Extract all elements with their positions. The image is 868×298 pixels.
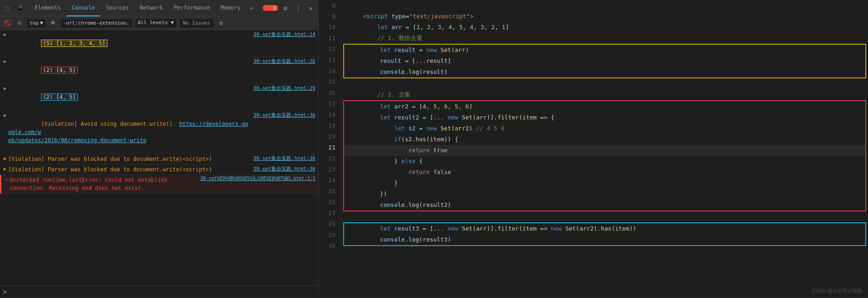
line-number: 18 [322, 109, 335, 120]
line-number: 19 [322, 120, 335, 131]
code-content: 8 9 10 11 12 13 14 15 16 17 18 19 20 21 … [319, 0, 868, 298]
code-line-17: let arr2 = [4, 5, 6, 5, 6] [344, 101, 865, 112]
row-expand-arrow[interactable]: ▶ [4, 166, 6, 171]
context-selector[interactable]: top ▼ [26, 18, 46, 28]
tab-overflow[interactable]: » [246, 5, 256, 11]
row-expand-arrow[interactable]: ▶ [4, 113, 6, 118]
row-source[interactable]: 30-set集合实践.html:26 [253, 58, 315, 65]
code-line-20: if(s2.has(item)) { [344, 134, 865, 145]
main-layout: ⬚ 📱 Elements Console Sources Network Per… [0, 0, 868, 298]
row-source[interactable]: 30-set集合实践.html:14 [253, 31, 315, 38]
violation-link[interactable]: https://developers.google.com/web/update… [8, 121, 248, 144]
row-source[interactable]: 30-set集合实践.html:36 [253, 165, 315, 172]
line-number: 29 [322, 230, 335, 241]
line-number: 26 [322, 197, 335, 208]
eye-icon[interactable]: 👁 [48, 18, 58, 28]
cyan-box-container: let result3 = [... new Set(arr)].filter(… [343, 222, 866, 246]
row-expand-arrow[interactable]: ✕ [5, 177, 8, 182]
code-line-21: return true [344, 145, 865, 156]
console-row-violation: ▶ [Violation] Avoid using document.write… [0, 111, 318, 154]
line-number: 14 [322, 66, 335, 77]
code-line-30 [341, 246, 868, 257]
code-line-12: let result = new Set(arr) [344, 45, 865, 56]
console-settings-icon[interactable]: ⚙ [216, 18, 226, 28]
code-line-27 [341, 211, 868, 222]
row-content: (5) [1, 2, 3, 4, 5] [8, 31, 249, 56]
row-source[interactable]: 30-set集合实践.html:29 [253, 85, 315, 92]
line-number: 20 [322, 131, 335, 142]
console-row-violation: ▶ [Violation] Parser was blocked due to … [0, 164, 318, 175]
tab-performance[interactable]: Performance [168, 0, 215, 16]
line-number: 21 [322, 142, 335, 153]
console-row-violation: ▶ [Violation] Parser was blocked due to … [0, 154, 318, 164]
tab-memory[interactable]: Memory [215, 0, 246, 16]
line-number: 17 [322, 98, 335, 109]
line-number: 10 [322, 22, 335, 33]
more-options-icon[interactable]: ⋮ [293, 3, 304, 14]
settings-icon[interactable]: ⚙ [280, 3, 291, 14]
row-content: [Violation] Parser was blocked due to do… [8, 155, 249, 163]
line-number: 22 [322, 153, 335, 164]
row-source[interactable]: 30-set集合实践.html:36 [253, 112, 315, 118]
filter-icon[interactable]: ⊘ [15, 18, 25, 28]
line-number: 13 [322, 55, 335, 66]
row-expand-arrow[interactable]: ▶ [4, 32, 6, 37]
context-arrow: ▼ [40, 20, 43, 26]
error-badge: 🚫 1 [263, 5, 278, 11]
tab-elements[interactable]: Elements [29, 0, 66, 16]
device-toolbar-icon[interactable]: 📱 [15, 3, 25, 14]
console-row: ▶ (2) [4, 5] 30-set集合实践.html:29 [0, 84, 318, 111]
console-output: ▶ (5) [1, 2, 3, 4, 5] 30-set集合实践.html:14… [0, 30, 318, 285]
url-filter-input[interactable] [60, 18, 133, 28]
code-line-22: } else { [344, 156, 865, 167]
close-devtools-icon[interactable]: ✕ [305, 3, 316, 14]
red-box-container: let arr2 = [4, 5, 6, 5, 6] let result2 =… [343, 100, 866, 211]
tab-bar: ⬚ 📱 Elements Console Sources Network Per… [0, 0, 318, 16]
console-row-error: ✕ Unchecked runtime.lastError: Could not… [0, 175, 318, 194]
code-panel: 8 9 10 11 12 13 14 15 16 17 18 19 20 21 … [319, 0, 868, 298]
clear-console-icon[interactable]: 🚫 [3, 18, 13, 28]
devtools-panel: ⬚ 📱 Elements Console Sources Network Per… [0, 0, 319, 298]
watermark: CSDN @小白学计算机 [812, 288, 863, 294]
console-input-row: > [0, 285, 318, 298]
row-expand-arrow[interactable]: ▶ [4, 59, 6, 64]
row-content: (2) [4, 5] [8, 85, 249, 109]
level-filter[interactable]: All levels ▼ [135, 18, 177, 28]
code-line-10: let arr = [1, 2, 3, 4, 5, 4, 3, 2, 1] [341, 22, 868, 33]
code-line-16: // 2. 交集 [341, 89, 868, 100]
row-content: (2) [4, 5] [8, 58, 249, 82]
console-row: ▶ (5) [1, 2, 3, 4, 5] 30-set集合实践.html:14 [0, 30, 318, 57]
row-source[interactable]: 30-set%E9%9B%86%E5%9…%9E%E8%B7%B5.html:1… [200, 176, 315, 181]
code-line-9: <script type="text/javascript"> [341, 11, 868, 22]
tab-sources[interactable]: Sources [100, 0, 134, 16]
console-toolbar: 🚫 ⊘ top ▼ 👁 All levels ▼ No Issues ⚙ [0, 16, 318, 30]
line-number: 11 [322, 33, 335, 44]
line-number: 23 [322, 164, 335, 175]
code-line-15 [341, 78, 868, 89]
code-line-24: } [344, 178, 865, 189]
line-number: 24 [322, 175, 335, 186]
row-source[interactable]: 30-set集合实践.html:36 [253, 155, 315, 162]
tab-icons: ⬚ 📱 [2, 3, 25, 14]
line-number: 28 [322, 219, 335, 230]
line-number: 8 [322, 0, 335, 11]
code-line-18: let result2 = [... new Set(arr)].filter(… [344, 112, 865, 123]
row-content: Unchecked runtime.lastError: Could not e… [10, 176, 197, 192]
context-label: top [30, 20, 39, 26]
row-content: [Violation] Parser was blocked due to do… [8, 165, 249, 174]
code-line-8 [341, 0, 868, 11]
tab-console[interactable]: Console [66, 0, 101, 16]
inspect-element-icon[interactable]: ⬚ [2, 3, 13, 14]
row-expand-arrow[interactable]: ▶ [4, 86, 6, 91]
yellow-box-container: let result = new Set(arr) result = [...r… [343, 44, 866, 78]
row-expand-arrow[interactable]: ▶ [4, 156, 6, 161]
line-number: 30 [322, 241, 335, 252]
line-numbers: 8 9 10 11 12 13 14 15 16 17 18 19 20 21 … [319, 0, 341, 298]
console-input[interactable] [10, 289, 315, 295]
code-line-28: let result3 = [... new Set(arr)].filter(… [344, 223, 865, 234]
line-number: 25 [322, 186, 335, 197]
line-number: 27 [322, 208, 335, 219]
line-number: 9 [322, 11, 335, 22]
tab-network[interactable]: Network [134, 0, 168, 16]
line-number: 15 [322, 77, 335, 87]
